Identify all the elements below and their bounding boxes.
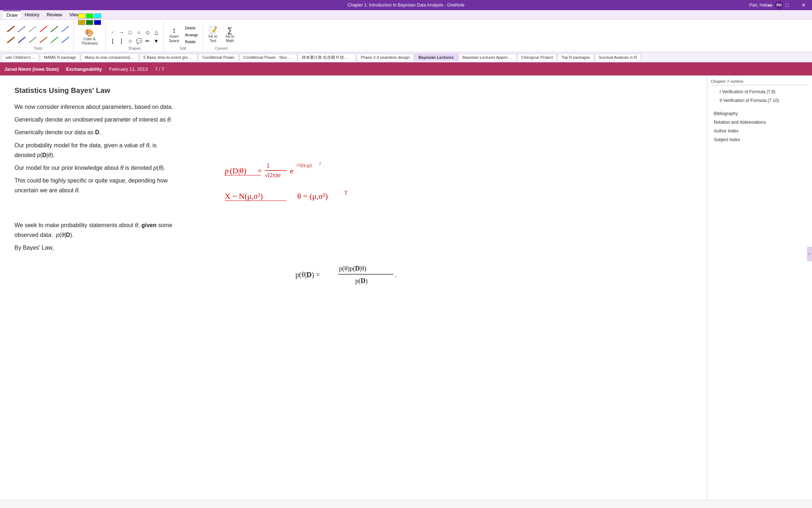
insert-space-button[interactable]: ↕ Insert Space [166, 25, 182, 45]
pen-tool-7[interactable] [6, 35, 16, 45]
tab-sample-size[interactable]: 样本量计算:生存期 R 软件演示 [298, 53, 356, 61]
close-button[interactable]: ✕ [795, 0, 812, 10]
color-thickness-button[interactable]: 🎨 Color & Thickness [79, 27, 100, 48]
shape-arrow[interactable]: → [117, 28, 125, 36]
para-3: Generically denote our data as D. [14, 127, 692, 137]
sidebar-item-author[interactable]: Author Index [711, 127, 808, 135]
hw-formula-svg: p (D|θ) = 1 √(2π)σ e -½(x-μ) 2 X ~ N(μ,σ… [225, 155, 377, 228]
color-darkgreen[interactable] [86, 20, 93, 25]
minimize-button[interactable]: — [762, 0, 779, 10]
shapes-label: Shapes [128, 46, 141, 50]
ribbon-group-shapes: ⟋ → □ ○ ◇ △ [ ] ☆ 💬 ✏ ▼ Shapes [106, 21, 163, 52]
tab-phase23[interactable]: Phase 2-3 seamless design [357, 54, 414, 61]
tab-cond-power[interactable]: Conditional Power [198, 54, 239, 61]
svg-text:=: = [257, 166, 262, 175]
color-cyan[interactable] [94, 13, 101, 19]
window-title: Chapter 1: Introduction to Bayesian Data… [348, 3, 465, 8]
ribbon-group-color: 🎨 Color & Thickness [74, 21, 106, 52]
tab-bayesian-appendix[interactable]: Bayesian Lectures Appendix [459, 54, 517, 61]
menu-draw[interactable]: Draw [3, 11, 21, 19]
color-green[interactable] [86, 13, 93, 19]
svg-line-3 [40, 26, 47, 32]
tab-many-to-one[interactable]: Many-to-one comparison[国] [81, 53, 139, 61]
delete-button[interactable]: Delete [183, 25, 200, 31]
tab-time-to-event[interactable]: 5 Basic time-to-event group sequen... [140, 54, 198, 61]
pen-tool-4[interactable] [38, 24, 49, 34]
menu-history[interactable]: History [21, 11, 43, 19]
shape-star[interactable]: ☆ [126, 37, 134, 45]
shape-diamond[interactable]: ◇ [144, 28, 152, 36]
insert-space-label: Insert Space [169, 34, 179, 43]
pen-tool-2[interactable] [17, 24, 27, 34]
content-area[interactable]: Statistics Using Bayes' Law We now consi… [0, 75, 707, 500]
svg-line-5 [62, 26, 69, 32]
maximize-button[interactable]: □ [779, 0, 795, 10]
color-darkblue[interactable] [94, 20, 101, 25]
svg-line-9 [40, 37, 47, 43]
shape-more[interactable]: ▼ [152, 37, 160, 45]
sidebar-item-1[interactable]: I Verification of Formula (7.8) [711, 87, 808, 96]
sidebar-item-subject[interactable]: Subject Index [711, 135, 808, 144]
svg-line-6 [7, 37, 14, 43]
bayes-formula: p(θ|D) = p(θ)p(D|θ) p(D) . [14, 260, 692, 291]
svg-line-1 [18, 26, 25, 32]
menu-review[interactable]: Review [43, 11, 66, 19]
shape-triangle[interactable]: △ [152, 28, 160, 36]
page-title: Statistics Using Bayes' Law [14, 86, 692, 95]
shapes-grid: ⟋ → □ ○ ◇ △ [ ] ☆ 💬 ✏ ▼ [109, 28, 160, 45]
svg-text:-½(x-μ): -½(x-μ) [296, 163, 312, 168]
ink-to-math-icon: ∑ [227, 26, 232, 34]
sidebar-item-bibliography[interactable]: Bibliography [711, 109, 808, 118]
tab-children[interactable]: ude Children's ... [1, 54, 39, 61]
insert-space-icon: ↕ [172, 26, 176, 34]
tab-top-r[interactable]: Top R packages [558, 54, 594, 61]
ink-to-text-button[interactable]: 📝 Ink toText [206, 25, 220, 45]
para-1: We now consider inference about paramete… [14, 102, 692, 112]
svg-text:p(D): p(D) [355, 277, 368, 285]
window-controls: — □ ✕ [762, 0, 812, 10]
svg-text:√(2π)σ: √(2π)σ [265, 172, 281, 179]
svg-line-0 [7, 26, 14, 32]
tab-chengxue[interactable]: Chengxue Project [517, 54, 557, 61]
shape-bracket-right[interactable]: ] [117, 37, 125, 45]
color-yellow[interactable] [78, 13, 85, 19]
rotate-button[interactable]: Rotate [183, 39, 200, 45]
shape-line[interactable]: ⟋ [109, 28, 117, 36]
pen-tool-11[interactable] [49, 35, 59, 45]
shape-pen[interactable]: ✏ [144, 37, 152, 45]
sidebar-item-notation[interactable]: Notation and Abbreviations [711, 118, 808, 127]
sidebar-item-2[interactable]: II Verification of Formula (7.10) [711, 96, 808, 105]
shape-rect[interactable]: □ [126, 28, 134, 36]
shape-callout[interactable]: 💬 [135, 37, 143, 45]
sidebar-collapse-handle[interactable]: › [807, 247, 812, 261]
pen-tool-5[interactable] [49, 24, 59, 34]
ink-to-text-icon: 📝 [208, 26, 218, 34]
pen-tool-6[interactable] [60, 24, 70, 34]
pen-tool-3[interactable] [28, 24, 38, 34]
pen-tool-1[interactable] [6, 24, 16, 34]
pen-tool-12[interactable] [60, 35, 70, 45]
svg-text:θ = (μ,σ²): θ = (μ,σ²) [297, 192, 328, 201]
pen-tool-9[interactable] [28, 35, 38, 45]
para-2: Generically denote an unobserved paramet… [14, 115, 692, 124]
ink-to-math-button[interactable]: ∑ Ink toMath [223, 25, 237, 45]
pen-tool-8[interactable] [17, 35, 27, 45]
tabs-bar: ude Children's ... MAMS R package Many-t… [0, 52, 812, 62]
ribbon-group-convert: 📝 Ink toText ∑ Ink toMath Convert [203, 21, 240, 52]
edit-label: Edit [180, 46, 186, 50]
arrange-button[interactable]: Arrange [183, 32, 200, 38]
status-bar [0, 500, 812, 508]
sidebar-title: Chapter 7 outline [711, 79, 808, 85]
pen-tool-10[interactable] [38, 35, 49, 45]
color-thickness-icon: 🎨 [85, 29, 94, 36]
tab-bayesian[interactable]: Bayesian Lectures [414, 54, 457, 61]
tab-cond-power-stoch[interactable]: Conditional Power - Stochastic Curt... [239, 54, 297, 61]
shape-bracket-left[interactable]: [ [109, 37, 117, 45]
convert-label: Convert [215, 46, 228, 50]
ribbon-group-tools: Tools [3, 21, 74, 52]
color-darkyellow[interactable] [78, 20, 85, 25]
tab-survival[interactable]: Survival Analysis in R [595, 54, 641, 61]
svg-line-11 [62, 37, 69, 43]
shape-oval[interactable]: ○ [135, 28, 143, 36]
tab-mams[interactable]: MAMS R package [40, 54, 80, 61]
